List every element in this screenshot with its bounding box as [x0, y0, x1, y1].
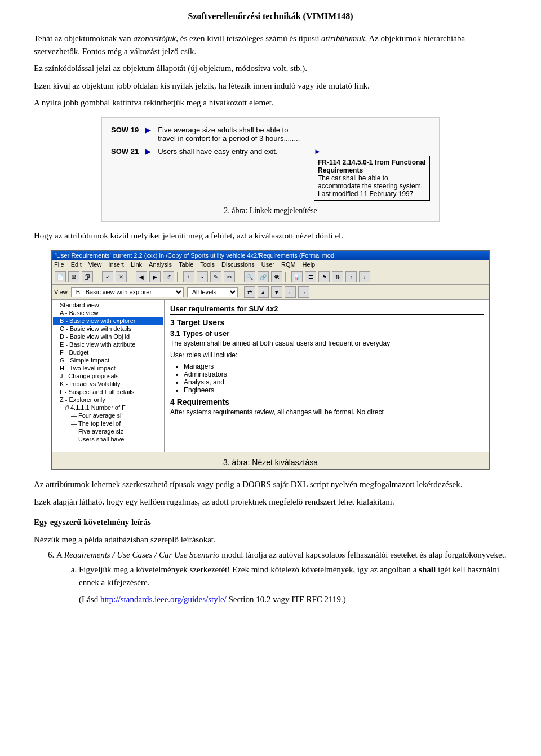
- toolbar-btn-1[interactable]: 📄: [55, 271, 66, 282]
- tree-label-c: C - Basic view with details: [60, 325, 131, 332]
- paragraph-4: A nyílra jobb gombbal kattintva tekinthe…: [34, 96, 507, 109]
- tree-item-g[interactable]: G - Simple Impact: [53, 356, 163, 364]
- toolbar-btn-11[interactable]: ✎: [210, 271, 221, 282]
- view-btn-1[interactable]: ⇄: [244, 286, 255, 298]
- item-a-link[interactable]: http://standards.ieee.org/guides/style/: [100, 595, 227, 604]
- toolbar-btn-17[interactable]: ☰: [305, 271, 316, 282]
- view-select[interactable]: B - Basic view with explorer: [71, 287, 184, 297]
- menu-file[interactable]: File: [54, 261, 64, 268]
- tree-label-z: Z - Explorer only: [60, 396, 105, 403]
- tree-item-j[interactable]: J - Change proposals: [53, 372, 163, 380]
- tree-item-four-avg[interactable]: — Four average si: [53, 412, 163, 419]
- view-btn-5[interactable]: →: [298, 286, 309, 298]
- menu-discussions[interactable]: Discussions: [221, 261, 255, 268]
- toolbar-btn-9[interactable]: +: [183, 271, 194, 282]
- tree-label-five-avg: Five average siz: [78, 428, 123, 435]
- menu-user[interactable]: User: [261, 261, 274, 268]
- toolbar-btn-2[interactable]: 🖶: [68, 271, 79, 282]
- tree-dash-1: —: [71, 412, 77, 419]
- tree-label-four-avg: Four average si: [78, 412, 121, 419]
- tree-dash-4: —: [71, 436, 77, 443]
- alpha-list: Figyeljük meg a követelmények szerkezeté…: [79, 563, 507, 606]
- tree-item-users-shall[interactable]: — Users shall have: [53, 435, 163, 443]
- view-btn-2[interactable]: ▲: [258, 286, 269, 298]
- menu-link[interactable]: Link: [131, 261, 142, 268]
- tree-item-f[interactable]: F - Budget: [53, 348, 163, 356]
- toolbar-sep-5: [285, 272, 289, 282]
- toolbar-btn-13[interactable]: 🔍: [244, 271, 255, 282]
- between-figures-text: Hogy az attribútumok közül melyiket jele…: [34, 229, 507, 242]
- toolbar-btn-6[interactable]: ◀: [136, 271, 147, 282]
- win-menubar[interactable]: File Edit View Insert Link Analysis Tabl…: [52, 260, 489, 269]
- toolbar-btn-7[interactable]: ▶: [149, 271, 161, 282]
- tree-item-z[interactable]: Z - Explorer only: [53, 396, 163, 404]
- toolbar-btn-5[interactable]: ✕: [116, 271, 127, 282]
- menu-analysis[interactable]: Analysis: [149, 261, 172, 268]
- toolbar-btn-12[interactable]: ✂: [224, 271, 235, 282]
- tree-item-d[interactable]: D - Basic view with Obj id: [53, 333, 163, 341]
- tree-item-standard[interactable]: Standard view: [53, 301, 163, 309]
- toolbar-btn-15[interactable]: 🛠: [271, 271, 282, 282]
- menu-table[interactable]: Table: [179, 261, 193, 268]
- toolbar: 📄 🖶 🗍 ✓ ✕ ◀ ▶ ↺ + - ✎ ✂ 🔍 🔗 🛠 📊 ☰ ⚑ ⇅ ↑ …: [52, 269, 489, 285]
- sow21-text: Users shall have easy entry and exit.: [154, 145, 311, 203]
- level-select[interactable]: All levels: [187, 287, 238, 297]
- menu-insert[interactable]: Insert: [108, 261, 124, 268]
- tree-item-l[interactable]: L - Suspect and Full details: [53, 388, 163, 396]
- menu-view[interactable]: View: [88, 261, 102, 268]
- after-fig2-p2: Ezek alapján látható, hogy egy kellően r…: [34, 496, 507, 509]
- roles-intro: User roles will include:: [170, 351, 484, 360]
- tree-item-k[interactable]: K - Impact vs Volatility: [53, 380, 163, 388]
- left-panel: Standard view A - Basic view B - Basic v…: [52, 300, 165, 452]
- simple-req-p1: Nézzük meg a példa adatbázisban szereplő…: [34, 533, 507, 546]
- tree-label-h: H - Two level impact: [60, 365, 116, 372]
- toolbar-btn-20[interactable]: ↑: [345, 271, 357, 282]
- toolbar-btn-21[interactable]: ↓: [359, 271, 370, 282]
- menu-edit[interactable]: Edit: [71, 261, 82, 268]
- menu-tools[interactable]: Tools: [200, 261, 215, 268]
- tree-item-e[interactable]: E - Basic view with attribute: [53, 341, 163, 348]
- tree-item-c[interactable]: C - Basic view with details: [53, 325, 163, 333]
- toolbar-btn-8[interactable]: ↺: [163, 271, 174, 282]
- paragraph-1: Tehát az objektumoknak van azonosítójuk,…: [34, 32, 507, 58]
- tree-label-d: D - Basic view with Obj id: [60, 333, 130, 340]
- win-titlebar: 'User Requirements' current 2.2 (xxx) in…: [52, 251, 489, 260]
- paragraph-3: Ezen kívül az objektum jobb oldalán kis …: [34, 79, 507, 92]
- toolbar-sep-2: [130, 272, 133, 282]
- menu-rqm[interactable]: RQM: [281, 261, 296, 268]
- item-a-pre: Figyeljük meg a követelmények szerkezeté…: [79, 565, 419, 574]
- p1-em2: attribútumuk: [321, 34, 365, 43]
- toolbar-btn-14[interactable]: 🔗: [258, 271, 269, 282]
- tree-label-l: L - Suspect and Full details: [60, 388, 134, 395]
- tree-item-4111[interactable]: ⎙ 4.1.1.1 Number of F: [53, 404, 163, 412]
- item6-pre: A: [56, 550, 64, 559]
- figure-1-caption: 2. ábra: Linkek megjelenítése: [108, 206, 433, 215]
- extra-toolbar-btns: ⇄ ▲ ▼ ← →: [243, 286, 310, 298]
- tree-item-b[interactable]: B - Basic view with explorer: [53, 317, 163, 325]
- tree-item-top-level[interactable]: — The top level of: [53, 419, 163, 427]
- tree-dash-3: —: [71, 428, 77, 435]
- list-item-a: Figyeljük meg a követelmények szerkezeté…: [79, 563, 507, 606]
- tree-dash-2: —: [71, 420, 77, 427]
- tree-label-e: E - Basic view with attribute: [60, 341, 136, 348]
- view-btn-4[interactable]: ←: [285, 286, 296, 298]
- toolbar-btn-3[interactable]: 🗍: [82, 271, 93, 282]
- toolbar-btn-19[interactable]: ⇅: [332, 271, 343, 282]
- role-administrators: Administrators: [184, 370, 484, 378]
- role-managers: Managers: [184, 362, 484, 370]
- toolbar-btn-18[interactable]: ⚑: [318, 271, 330, 282]
- page-title: Szoftverellenőrzési technikák (VIMIM148): [34, 11, 507, 26]
- toolbar-btn-16[interactable]: 📊: [291, 271, 303, 282]
- p1-rest: , és ezen kívül tetszőleges számú és típ…: [176, 34, 321, 43]
- tree-item-five-avg[interactable]: — Five average siz: [53, 427, 163, 435]
- role-analysts: Analysts, and: [184, 378, 484, 386]
- view-btn-3[interactable]: ▼: [271, 286, 282, 298]
- toolbar-btn-10[interactable]: -: [197, 271, 208, 282]
- toolbar-sep-4: [238, 272, 241, 282]
- menu-help[interactable]: Help: [303, 261, 316, 268]
- toolbar-btn-4[interactable]: ✓: [102, 271, 113, 282]
- tree-item-h[interactable]: H - Two level impact: [53, 364, 163, 372]
- right-panel: User requirements for SUV 4x2 3 Target U…: [165, 300, 489, 452]
- tree-item-a[interactable]: A - Basic view: [53, 309, 163, 317]
- fr-text1: The car shall be able to accommodate the…: [318, 174, 423, 190]
